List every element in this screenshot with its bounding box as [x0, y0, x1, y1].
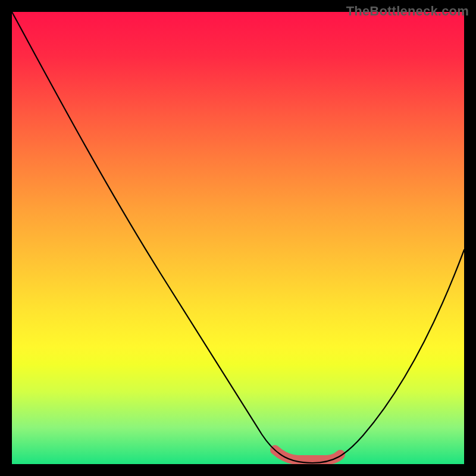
- gradient-plot-area: [12, 12, 464, 464]
- highlight-segment: [275, 450, 340, 460]
- watermark-text: TheBottleneck.com: [346, 4, 469, 19]
- chart-frame: TheBottleneck.com: [0, 0, 476, 476]
- bottleneck-curve: [12, 12, 464, 463]
- curve-svg: [12, 12, 464, 464]
